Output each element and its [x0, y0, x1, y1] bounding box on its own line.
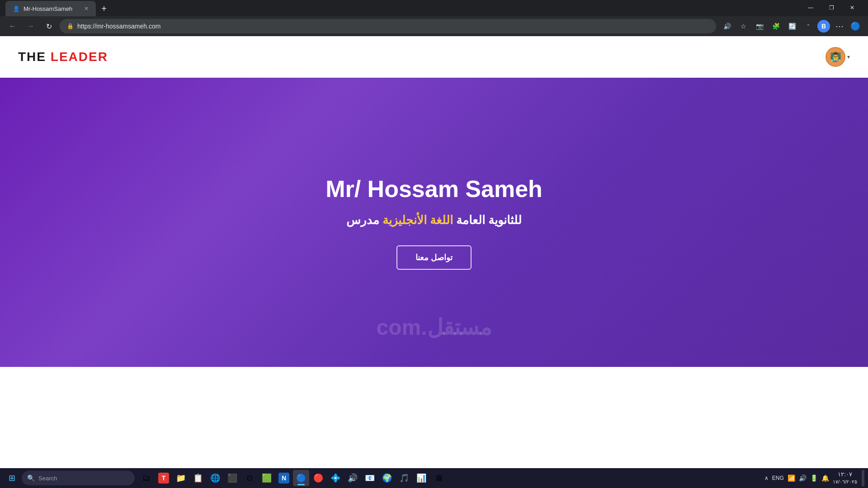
site-header: THE LEADER 👨‍🏫 ▾ [0, 36, 868, 78]
system-tray: ∧ ENG 📶 🔊 🔋 🔔 ١٢:٠٧ ١٧/٠٦/٢٠٢٥ [764, 470, 864, 486]
search-icon: 🔍 [27, 474, 35, 482]
lang-indicator[interactable]: ENG [772, 475, 784, 481]
taskbar-browser-2[interactable]: 🌍 [379, 470, 395, 486]
lock-icon: 🔒 [67, 23, 74, 29]
minimize-button[interactable]: — [800, 0, 821, 15]
search-placeholder: Search [38, 475, 57, 482]
taskbar-chrome[interactable]: 🌐 [207, 470, 223, 486]
address-bar[interactable]: 🔒 https://mr-hossamsameh.com [60, 19, 716, 33]
taskbar-app-win2[interactable]: 💠 [327, 470, 344, 486]
address-bar-row: ← → ↻ 🔒 https://mr-hossamsameh.com 🔊 ☆ 📷… [0, 16, 868, 36]
close-button[interactable]: ✕ [842, 0, 863, 15]
taskbar-files[interactable]: 📁 [173, 470, 189, 486]
new-tab-button[interactable]: + [98, 2, 110, 15]
forward-button[interactable]: → [24, 19, 38, 33]
subtitle-before: مدرس [346, 213, 379, 227]
hero-title: Mr/ Hossam Sameh [326, 175, 542, 202]
taskbar-app-extra3[interactable]: 🖥 [430, 470, 447, 486]
nav-avatar-wrapper[interactable]: 👨‍🏫 ▾ [826, 47, 850, 67]
browser-actions: 🔊 ☆ 📷 🧩 🔄 " B ⋯ 🔵 [720, 19, 863, 33]
tab-close-button[interactable]: ✕ [84, 5, 89, 12]
taskbar-search-bar[interactable]: 🔍 Search [22, 471, 135, 485]
browser-tab[interactable]: 👤 Mr-HossamSameh ✕ [5, 1, 96, 16]
taskbar-red-app[interactable]: ⬛ [224, 470, 241, 486]
url-text: https://mr-hossamsameh.com [77, 23, 709, 30]
taskbar-kanboard[interactable]: 📋 [190, 470, 206, 486]
back-button[interactable]: ← [5, 19, 20, 33]
taskbar-file-explorer[interactable]: 🗂 [138, 470, 155, 486]
windows-logo-icon: ⊞ [9, 473, 15, 483]
menu-button[interactable]: ⋯ [832, 19, 846, 33]
chevron-up-icon[interactable]: ∧ [764, 475, 769, 481]
hero-subtitle: للثانوية العامة اللغة الأنجليزية مدرس [346, 213, 522, 227]
taskbar: ⊞ 🔍 Search 🗂 T 📁 📋 🌐 ⬛ ⊙ [0, 468, 868, 488]
taskbar-green-app[interactable]: 🟩 [259, 470, 275, 486]
taskbar-app-icons: 🗂 T 📁 📋 🌐 ⬛ ⊙ 🟩 N [138, 470, 447, 486]
nav-avatar[interactable]: 👨‍🏫 [826, 47, 845, 67]
taskbar-app-extra1[interactable]: 🎵 [396, 470, 412, 486]
taskbar-email[interactable]: 📧 [362, 470, 378, 486]
hero-cta-button[interactable]: تواصل معنا [396, 245, 472, 270]
taskbar-n-app[interactable]: N [276, 470, 292, 486]
taskbar-edge[interactable]: 🔵 [293, 470, 309, 486]
read-aloud-button[interactable]: 🔊 [720, 19, 734, 33]
volume-icon[interactable]: 🔊 [799, 474, 807, 482]
website-content: THE LEADER 👨‍🏫 ▾ Mr/ Hossam Sameh للثانو… [0, 36, 868, 459]
notification-icon[interactable]: 🔔 [821, 474, 829, 482]
refresh-button[interactable]: ↻ [42, 19, 56, 33]
start-button[interactable]: ⊞ [4, 470, 20, 486]
taskbar-chrome-2[interactable]: 🔴 [310, 470, 326, 486]
restore-button[interactable]: ❐ [821, 0, 842, 15]
date-display: ١٧/٠٦/٢٠٢٥ [833, 479, 857, 485]
wifi-icon[interactable]: 📶 [788, 474, 795, 482]
taskbar-app-extra2[interactable]: 📊 [413, 470, 429, 486]
quote-button[interactable]: " [801, 19, 816, 33]
profile-avatar[interactable]: B [817, 20, 830, 33]
subtitle-highlight: اللغة الأنجليزية [382, 213, 453, 227]
sync-button[interactable]: 🔄 [785, 19, 799, 33]
taskbar-circle-app[interactable]: ⊙ [241, 470, 258, 486]
subtitle-after: للثانوية العامة [456, 213, 522, 227]
battery-icon[interactable]: 🔋 [810, 474, 818, 482]
taskbar-app-t[interactable]: T [156, 470, 172, 486]
time-display: ١٢:٠٧ [833, 470, 857, 479]
logo-the: THE [18, 50, 46, 64]
logo-leader: LEADER [51, 50, 108, 64]
clock[interactable]: ١٢:٠٧ ١٧/٠٦/٢٠٢٥ [833, 470, 857, 486]
site-logo: THE LEADER [18, 50, 108, 64]
nav-dropdown-arrow: ▾ [847, 54, 850, 60]
watermark: مستقل.com [376, 314, 491, 340]
screenshot-button[interactable]: 📷 [752, 19, 767, 33]
favorites-button[interactable]: ☆ [736, 19, 750, 33]
tab-title: Mr-HossamSameh [24, 5, 80, 12]
show-desktop-button[interactable] [862, 470, 864, 486]
edge-logo-button[interactable]: 🔵 [848, 19, 863, 33]
extensions-button[interactable]: 🧩 [769, 19, 783, 33]
tab-favicon: 👤 [13, 5, 20, 12]
hero-section: Mr/ Hossam Sameh للثانوية العامة اللغة ا… [0, 78, 868, 367]
taskbar-sound-app[interactable]: 🔊 [344, 470, 361, 486]
